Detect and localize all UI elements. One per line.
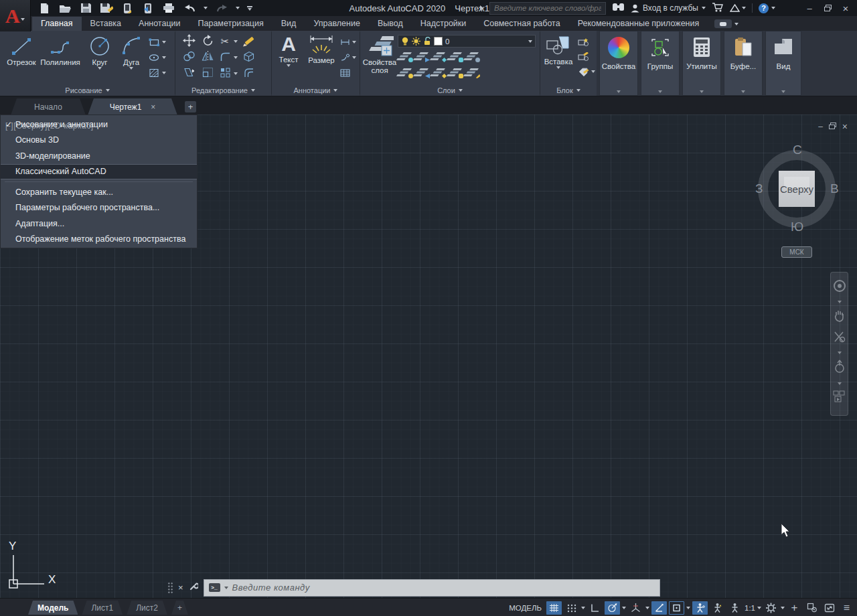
- layout-tab-sheet1[interactable]: Лист1: [82, 601, 123, 615]
- model-space-badge[interactable]: МОДЕЛЬ: [509, 604, 542, 612]
- panel-clipboard[interactable]: Буфе...: [724, 31, 763, 96]
- layer-change-button[interactable]: [467, 68, 480, 78]
- file-tab-close-icon[interactable]: ×: [151, 102, 155, 112]
- fillet-button[interactable]: [218, 51, 232, 64]
- edit-attributes-button[interactable]: [578, 52, 595, 62]
- snap-caret-icon[interactable]: [581, 607, 585, 609]
- array-dropdown-icon[interactable]: [234, 72, 238, 75]
- table-button[interactable]: [340, 68, 356, 78]
- nav-wheel-caret-icon[interactable]: [838, 301, 842, 303]
- annotation-autoscale-toggle[interactable]: [710, 601, 725, 615]
- window-close-button[interactable]: ×: [840, 3, 852, 14]
- customization-menu-button[interactable]: ≡: [839, 601, 854, 615]
- leader-button[interactable]: [340, 52, 356, 63]
- autodesk-apps-icon[interactable]: [730, 4, 746, 12]
- viewcube-ucs-button[interactable]: МСК: [781, 246, 812, 258]
- layer-on-button[interactable]: [400, 68, 413, 78]
- layout-tab-sheet2[interactable]: Лист2: [127, 601, 167, 615]
- osnap-toggle[interactable]: [669, 601, 684, 615]
- panel-modify-title[interactable]: Редактирование: [175, 86, 271, 94]
- text-button[interactable]: A Текст: [275, 33, 303, 67]
- menu-item-workspace-settings[interactable]: Параметры рабочего пространства...: [1, 200, 197, 216]
- panel-properties[interactable]: Свойства: [599, 31, 638, 96]
- arc-button[interactable]: Дуга: [116, 34, 146, 70]
- window-minimize-button[interactable]: –: [803, 3, 815, 13]
- ribbon-display-toggle[interactable]: [714, 19, 732, 28]
- command-close-icon[interactable]: ×: [178, 583, 183, 593]
- scale-caret-icon[interactable]: [757, 607, 761, 609]
- copy-button[interactable]: [181, 51, 197, 64]
- application-menu-button[interactable]: A: [0, 0, 31, 31]
- command-input[interactable]: >_ Введите команду: [204, 579, 660, 597]
- polyline-button[interactable]: Полилиния: [40, 36, 80, 66]
- menu-item-save-current-as[interactable]: Сохранить текущее как...: [1, 184, 197, 200]
- print-icon[interactable]: [162, 2, 175, 14]
- nav-wheel-icon[interactable]: [833, 279, 846, 295]
- trim-button[interactable]: ✂: [218, 35, 232, 48]
- layout-tab-model[interactable]: Модель: [28, 601, 78, 615]
- command-drag-handle[interactable]: [167, 582, 173, 594]
- ribbon-tab-parametric[interactable]: Параметризация: [189, 17, 272, 31]
- search-icon[interactable]: [612, 2, 625, 14]
- save-icon[interactable]: [79, 2, 92, 14]
- viewcube-east[interactable]: В: [830, 181, 839, 196]
- panel-annotation-title[interactable]: Аннотации: [272, 86, 360, 94]
- dimension-button[interactable]: Размер: [304, 35, 339, 64]
- dim-style-button[interactable]: [340, 37, 356, 48]
- drawing-close-button[interactable]: ×: [842, 121, 848, 132]
- ribbon-tab-collaborate[interactable]: Совместная работа: [475, 17, 568, 31]
- menu-item-3d-basics[interactable]: Основы 3D: [1, 133, 197, 149]
- isodraft-caret-icon[interactable]: [645, 607, 649, 609]
- fillet-dropdown-icon[interactable]: [234, 56, 238, 59]
- layer-combo-caret-icon[interactable]: [528, 40, 532, 43]
- layer-isolate-button[interactable]: [417, 52, 430, 62]
- redo-icon[interactable]: [215, 2, 228, 14]
- menu-item-3d-modeling[interactable]: 3D-моделирование: [1, 148, 197, 164]
- move-button[interactable]: [181, 34, 197, 50]
- workspace-caret-icon[interactable]: [781, 607, 785, 609]
- menu-item-drafting-annotation[interactable]: ✓Рисование и аннотации: [1, 117, 197, 133]
- hatch-button[interactable]: [149, 68, 166, 78]
- new-file-icon[interactable]: [37, 2, 51, 14]
- rotate-button[interactable]: [199, 34, 216, 50]
- define-attribute-button[interactable]: [578, 66, 595, 77]
- isodraft-toggle[interactable]: [628, 601, 643, 615]
- polar-toggle[interactable]: [605, 601, 620, 615]
- command-recent-caret-icon[interactable]: [224, 587, 228, 589]
- create-block-button[interactable]: [578, 37, 595, 48]
- scale-button[interactable]: [199, 67, 216, 80]
- offset-button[interactable]: [240, 67, 257, 80]
- workspace-switch-button[interactable]: [763, 601, 779, 615]
- grid-toggle[interactable]: [546, 601, 562, 615]
- ribbon-tab-manage[interactable]: Управление: [305, 17, 369, 31]
- line-button[interactable]: Отрезок: [4, 36, 39, 66]
- panel-layers-title[interactable]: Слои: [360, 86, 540, 94]
- annotation-scale-value[interactable]: 1:1: [745, 604, 755, 612]
- new-layout-button[interactable]: +: [171, 601, 188, 615]
- layer-combo[interactable]: 0: [398, 35, 536, 48]
- menu-item-display-workspace-labels[interactable]: Отображение меток рабочего пространства: [1, 232, 197, 248]
- drawing-restore-button[interactable]: [829, 122, 836, 131]
- circle-button[interactable]: Круг: [84, 34, 115, 70]
- panel-view[interactable]: Вид: [765, 31, 801, 96]
- panel-block-title[interactable]: Блок: [540, 86, 597, 94]
- layer-match-button[interactable]: [467, 52, 480, 62]
- snap-toggle[interactable]: [564, 601, 579, 615]
- help-button[interactable]: ?: [759, 3, 775, 13]
- array-button[interactable]: [218, 67, 232, 80]
- isolate-objects-button[interactable]: [804, 601, 820, 615]
- ribbon-tab-view[interactable]: Вид: [272, 17, 305, 31]
- signin-button[interactable]: Вход в службы: [631, 3, 706, 13]
- navigation-bar[interactable]: [830, 272, 848, 416]
- clean-screen-button[interactable]: [822, 601, 837, 615]
- qat-customize-icon[interactable]: [247, 6, 252, 11]
- annotation-visibility-toggle[interactable]: [692, 601, 708, 615]
- layer-thaw-button[interactable]: [434, 68, 447, 78]
- ribbon-tab-output[interactable]: Вывод: [369, 17, 412, 31]
- nav-pan-icon[interactable]: [834, 309, 846, 325]
- ribbon-tab-home[interactable]: Главная: [32, 17, 82, 31]
- viewcube-west[interactable]: З: [755, 181, 763, 196]
- polar-caret-icon[interactable]: [622, 607, 626, 609]
- rectangle-button[interactable]: [149, 37, 166, 48]
- file-tab-start[interactable]: Начало: [11, 98, 86, 115]
